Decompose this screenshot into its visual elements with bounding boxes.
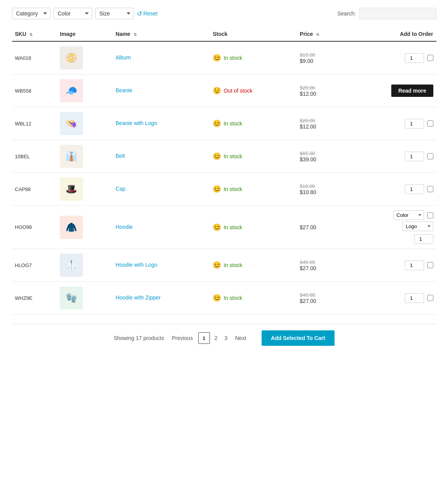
size-filter[interactable]: Size: [95, 8, 134, 19]
cell-price: $27.00: [297, 206, 345, 249]
add-checkbox[interactable]: [427, 212, 433, 218]
cell-add-order: [345, 249, 436, 282]
cell-price: $45.00$27.00: [297, 282, 345, 315]
cell-name: Hoodie: [113, 206, 210, 249]
quantity-input[interactable]: [405, 260, 424, 270]
price-original: $20.00: [300, 118, 342, 123]
price-current: $9.00: [300, 58, 342, 64]
cell-add-order: [345, 107, 436, 140]
cell-image: 🧤: [57, 282, 112, 315]
cell-add-order: Read more: [345, 74, 436, 107]
showing-count: Showing 17 products: [113, 335, 164, 341]
product-image: 🧥: [60, 216, 83, 239]
read-more-button[interactable]: Read more: [391, 85, 433, 97]
product-name-link[interactable]: Hoodie with Zipper: [116, 294, 161, 301]
next-button[interactable]: Next: [232, 333, 249, 343]
table-row: HLOG7🥼Hoodie with Logo😊In stock$45.00$27…: [12, 249, 436, 282]
cell-price: $20.00$12.00: [297, 74, 345, 107]
previous-button[interactable]: Previous: [169, 333, 196, 343]
product-name-link[interactable]: Hoodie: [116, 224, 133, 230]
cell-add-order: ColorLogo: [345, 206, 436, 249]
search-input[interactable]: [359, 8, 436, 19]
table-row: WB558🧢Beanie😟Out of stock$20.00$12.00Rea…: [12, 74, 436, 107]
add-checkbox[interactable]: [427, 262, 433, 268]
cell-name: Hoodie with Zipper: [113, 282, 210, 315]
price-current: $27.00: [300, 265, 342, 271]
col-price[interactable]: Price ⇅: [297, 27, 345, 41]
quantity-input[interactable]: [414, 234, 433, 244]
cell-image: 📀: [57, 41, 112, 74]
table-row: CAP88🎩Cap😊In stock$18.00$10.80: [12, 173, 436, 206]
cell-price: $65.00$39.00: [297, 140, 345, 173]
quantity-input[interactable]: [405, 293, 424, 303]
cell-image: 🎩: [57, 173, 112, 206]
product-name-link[interactable]: Beanie with Logo: [116, 120, 157, 126]
price-original: $45.00: [300, 259, 342, 265]
page-2-button[interactable]: 2: [212, 333, 220, 343]
out-of-stock-icon: 😟: [213, 86, 221, 95]
cell-name: Album: [113, 41, 210, 74]
cell-sku: HOO98: [12, 206, 57, 249]
pagination: Previous 1 2 3 Next: [169, 332, 249, 344]
cell-stock: 😟Out of stock: [210, 74, 296, 107]
cell-add-order: [345, 41, 436, 74]
cell-sku: WA018: [12, 41, 57, 74]
add-checkbox[interactable]: [427, 55, 433, 61]
cell-add-order: [345, 282, 436, 315]
col-name[interactable]: Name ⇅: [113, 27, 210, 41]
cell-image: 👔: [57, 140, 112, 173]
cell-stock: 😊In stock: [210, 41, 296, 74]
page-3-button[interactable]: 3: [222, 333, 230, 343]
cell-name: Hoodie with Logo: [113, 249, 210, 282]
price-current: $27.00: [300, 298, 342, 304]
cell-image: 🥼: [57, 249, 112, 282]
add-checkbox[interactable]: [427, 186, 433, 192]
page-1-button[interactable]: 1: [198, 332, 210, 344]
filters-row: Category Color Size ↺ Reset Search:: [12, 8, 436, 19]
stock-label: In stock: [223, 295, 242, 301]
stock-label: In stock: [223, 186, 242, 192]
product-name-link[interactable]: Album: [116, 54, 131, 61]
add-checkbox[interactable]: [427, 120, 433, 127]
color-variant-select[interactable]: Color: [393, 210, 424, 220]
cell-sku: 10BEL: [12, 140, 57, 173]
price-sort-icon: ⇅: [316, 32, 319, 37]
product-name-link[interactable]: Cap: [116, 186, 126, 192]
table-row: WHZ9E🧤Hoodie with Zipper😊In stock$45.00$…: [12, 282, 436, 315]
reset-button[interactable]: ↺ Reset: [137, 10, 158, 17]
quantity-input[interactable]: [405, 119, 424, 129]
product-image: 🥼: [60, 254, 83, 277]
reset-label: Reset: [144, 10, 158, 17]
quantity-input[interactable]: [405, 53, 424, 63]
cell-stock: 😊In stock: [210, 107, 296, 140]
cell-sku: WBL12: [12, 107, 57, 140]
cell-stock: 😊In stock: [210, 173, 296, 206]
product-image: 📀: [60, 46, 83, 69]
quantity-input[interactable]: [405, 184, 424, 194]
logo-variant-select[interactable]: Logo: [402, 222, 433, 231]
stock-label: Out of stock: [223, 88, 252, 94]
add-checkbox[interactable]: [427, 295, 433, 301]
in-stock-icon: 😊: [213, 261, 221, 269]
reset-icon: ↺: [137, 10, 142, 17]
cell-name: Belt: [113, 140, 210, 173]
product-name-link[interactable]: Beanie: [116, 87, 133, 93]
price-original: $20.00: [300, 85, 342, 91]
add-checkbox[interactable]: [427, 153, 433, 159]
add-selected-to-cart-button[interactable]: Add Selected To Cart: [262, 330, 335, 346]
name-sort-icon: ⇅: [134, 32, 137, 37]
sku-sort-icon: ⇅: [29, 32, 32, 37]
search-label-text: Search:: [337, 10, 356, 17]
price-current: $12.00: [300, 91, 342, 97]
stock-label: In stock: [223, 55, 242, 61]
table-row: HOO98🧥Hoodie😊In stock$27.00ColorLogo: [12, 206, 436, 249]
cell-image: 👒: [57, 107, 112, 140]
stock-label: In stock: [223, 224, 242, 230]
category-filter[interactable]: Category: [12, 8, 51, 19]
product-name-link[interactable]: Belt: [116, 153, 125, 159]
product-name-link[interactable]: Hoodie with Logo: [116, 262, 157, 268]
cell-add-order: [345, 140, 436, 173]
color-filter[interactable]: Color: [54, 8, 92, 19]
quantity-input[interactable]: [405, 152, 424, 161]
col-sku[interactable]: SKU ⇅: [12, 27, 57, 41]
